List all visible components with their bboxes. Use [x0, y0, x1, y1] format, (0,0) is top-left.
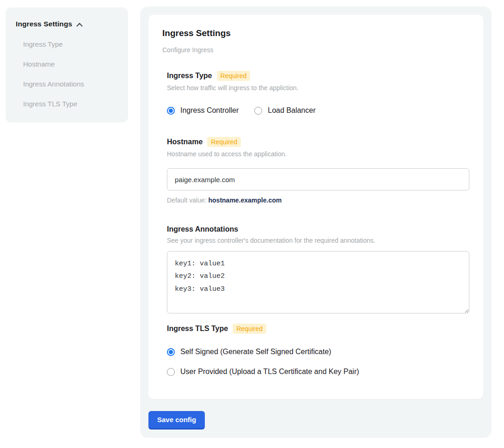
radio-user-provided[interactable]: User Provided (Upload a TLS Certificate … — [167, 368, 469, 376]
sidebar-item-ingress-type[interactable]: Ingress Type — [23, 40, 118, 48]
ingress-annotations-description: See your ingress controller's documentat… — [167, 237, 469, 244]
ingress-annotations-label: Ingress Annotations — [167, 225, 238, 233]
ingress-settings-panel: Ingress Settings Configure Ingress Ingre… — [140, 6, 492, 438]
radio-load-balancer[interactable]: Load Balancer — [254, 106, 315, 115]
sidebar-item-hostname[interactable]: Hostname — [23, 60, 118, 68]
radio-button-icon[interactable] — [167, 368, 175, 376]
ingress-tls-type-label: Ingress TLS Type — [167, 325, 228, 333]
radio-button-icon[interactable] — [167, 107, 175, 115]
hostname-default-line: Default value: hostname.example.com — [167, 196, 469, 204]
radio-label: User Provided (Upload a TLS Certificate … — [180, 368, 359, 376]
ingress-annotations-section: Ingress Annotations See your ingress con… — [167, 225, 469, 313]
ingress-type-label: Ingress Type — [167, 72, 212, 80]
ingress-settings-card: Ingress Settings Configure Ingress Ingre… — [148, 15, 483, 399]
hostname-label: Hostname — [167, 138, 203, 146]
ingress-annotations-textarea[interactable]: key1: value1 key2: value2 key3: value3 — [167, 251, 469, 313]
required-badge: Required — [207, 137, 241, 147]
radio-button-icon[interactable] — [254, 107, 262, 115]
page-subtitle: Configure Ingress — [162, 46, 469, 54]
chevron-up-icon — [76, 23, 83, 27]
sidebar-item-ingress-annotations[interactable]: Ingress Annotations — [23, 80, 118, 88]
radio-self-signed[interactable]: Self Signed (Generate Self Signed Certif… — [167, 348, 469, 356]
radio-label: Ingress Controller — [180, 106, 239, 115]
sidebar-nav: Ingress Type Hostname Ingress Annotation… — [23, 40, 118, 108]
default-value-text: hostname.example.com — [209, 196, 282, 204]
radio-label: Load Balancer — [268, 106, 315, 115]
save-row: Save config — [148, 411, 483, 430]
radio-ingress-controller[interactable]: Ingress Controller — [167, 106, 239, 115]
radio-button-icon[interactable] — [167, 348, 175, 356]
ingress-type-section: Ingress Type Required Select how traffic… — [167, 71, 469, 115]
required-badge: Required — [217, 71, 251, 81]
hostname-input[interactable] — [167, 168, 469, 190]
ingress-tls-type-radio-group: Self Signed (Generate Self Signed Certif… — [167, 348, 469, 376]
sidebar-section-title: Ingress Settings — [16, 20, 72, 28]
required-badge: Required — [233, 324, 266, 334]
radio-label: Self Signed (Generate Self Signed Certif… — [180, 348, 331, 356]
ingress-settings-sidebar: Ingress Settings Ingress Type Hostname I… — [6, 7, 128, 123]
sidebar-item-ingress-tls-type[interactable]: Ingress TLS Type — [23, 100, 118, 108]
ingress-tls-type-section: Ingress TLS Type Required Self Signed (G… — [167, 324, 469, 376]
default-value-prefix: Default value: — [167, 196, 209, 204]
page-title: Ingress Settings — [162, 28, 469, 38]
sidebar-section-header[interactable]: Ingress Settings — [16, 20, 118, 28]
ingress-type-radio-group: Ingress Controller Load Balancer — [167, 106, 469, 115]
hostname-description: Hostname used to access the application. — [167, 150, 469, 158]
save-config-button[interactable]: Save config — [148, 411, 205, 430]
hostname-section: Hostname Required Hostname used to acces… — [167, 137, 469, 204]
ingress-type-description: Select how traffic will ingress to the a… — [167, 84, 469, 92]
